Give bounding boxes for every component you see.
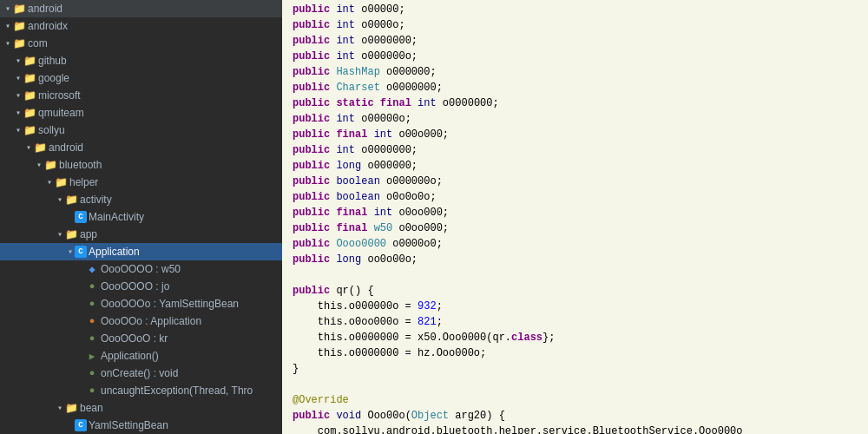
type-token: int (336, 144, 355, 156)
pkg-icon: 📁 (23, 89, 36, 102)
tree-item-label: YamlSettingBean (89, 419, 168, 431)
chevron-open-icon[interactable] (14, 126, 23, 135)
keyword: public (293, 128, 330, 141)
class-icon: C (75, 211, 87, 223)
tree-item-bluetooth[interactable]: 📁bluetooth (0, 156, 282, 174)
keyword: public (293, 175, 330, 187)
chevron-open-icon[interactable] (3, 22, 12, 30)
type-token: int (418, 97, 437, 109)
tree-item-label: OooOOOo : YamlSettingBean (101, 298, 239, 310)
chevron-open-icon[interactable] (24, 143, 33, 152)
code-text (330, 160, 336, 172)
code-line: com.sollyu.android.bluetooth.helper.serv… (282, 425, 868, 434)
chevron-open-icon[interactable] (14, 108, 23, 117)
tree-item-label: OooOOoO : kr (101, 332, 168, 345)
chevron-open-icon[interactable] (66, 247, 75, 256)
keyword: public (293, 50, 330, 62)
chevron-open-icon[interactable] (14, 74, 23, 82)
tree-item-MainActivity[interactable]: CMainActivity (0, 208, 282, 226)
code-text (330, 175, 336, 187)
tree-item-github[interactable]: 📁github (0, 52, 282, 69)
chevron-open-icon[interactable] (14, 91, 23, 100)
circle-green-icon: ● (85, 384, 99, 398)
tree-item-onCreate[interactable]: ●onCreate() : void (0, 365, 282, 382)
tree-item-activity[interactable]: 📁activity (0, 191, 282, 208)
code-text: o000000; (380, 66, 437, 78)
code-text: ; (437, 300, 443, 312)
number-token: 821 (418, 316, 437, 328)
tree-item-label: microsoft (38, 89, 81, 102)
tree-item-app[interactable]: 📁app (0, 226, 282, 243)
tree-item-bean[interactable]: 📁bean (0, 399, 282, 417)
code-text (330, 144, 336, 156)
keyword: final (380, 97, 411, 109)
tree-item-label: android (49, 141, 83, 154)
tree-item-android2[interactable]: 📁android (0, 139, 282, 156)
tree-item-label: MainActivity (89, 211, 144, 223)
keyword: public (293, 238, 330, 250)
code-line: public int o0000000; (282, 35, 868, 50)
tree-item-OooOOo_Application[interactable]: ●OooOOo : Application (0, 312, 282, 330)
keyword: public (293, 222, 330, 234)
tree-item-label: onCreate() : void (101, 367, 178, 379)
code-text (367, 128, 373, 141)
code-text: this.o000000o = (293, 300, 418, 312)
type-token: long (336, 160, 361, 172)
pkg-icon: 📁 (23, 106, 36, 120)
code-text: o0000o0; (386, 238, 443, 250)
tree-item-uncaughtException[interactable]: ●uncaughtException(Thread, Thro (0, 382, 282, 399)
tree-item-android[interactable]: 📁android (0, 0, 282, 17)
type-token: int (336, 3, 355, 16)
chevron-open-icon[interactable] (56, 195, 64, 204)
code-text: this.o0000000 = hz.Ooo000o; (293, 347, 486, 359)
chevron-open-icon[interactable] (56, 230, 64, 239)
annotation-token: @Override (293, 394, 349, 406)
code-line: public qr() { (282, 285, 868, 300)
tree-item-OooOOOO_w50[interactable]: ◆OooOOOO : w50 (0, 260, 282, 278)
keyword: public (293, 253, 330, 266)
code-line: public final int o00o000; (282, 128, 868, 144)
pkg-icon: 📁 (33, 141, 47, 155)
tree-item-label: qmuiteam (38, 107, 84, 119)
field-blue-icon: ◆ (85, 262, 99, 276)
chevron-open-icon[interactable] (35, 161, 43, 169)
type-token: int (336, 19, 355, 31)
keyword: public (293, 144, 330, 156)
tree-item-androidx[interactable]: 📁androidx (0, 17, 282, 35)
tree-item-Application[interactable]: CApplication (0, 243, 282, 260)
chevron-open-icon[interactable] (3, 4, 12, 13)
tree-item-Application_ctor[interactable]: ▶Application() (0, 347, 282, 365)
tree-item-YamlSettingBean[interactable]: CYamlSettingBean (0, 417, 282, 434)
circle-green-icon: ● (85, 297, 99, 311)
type-token: int (336, 50, 355, 62)
code-line: this.o0oo000o = 821; (282, 316, 868, 332)
method-green-icon: ▶ (85, 349, 99, 363)
chevron-open-icon[interactable] (45, 178, 54, 187)
tree-item-qmuiteam[interactable]: 📁qmuiteam (0, 104, 282, 122)
keyword: public (293, 97, 330, 109)
chevron-open-icon[interactable] (56, 404, 64, 412)
code-text: arg20) { (449, 410, 505, 422)
code-text (330, 191, 336, 203)
tree-item-OooOOoO_kr[interactable]: ●OooOOoO : kr (0, 330, 282, 347)
keyword: public (293, 35, 330, 47)
tree-item-OooOOOo_YamlSettingBean[interactable]: ●OooOOOo : YamlSettingBean (0, 295, 282, 312)
tree-item-OooOOOO_jo[interactable]: ●OooOOOO : jo (0, 278, 282, 295)
tree-item-microsoft[interactable]: 📁microsoft (0, 87, 282, 104)
chevron-open-icon[interactable] (3, 39, 12, 48)
tree-item-google[interactable]: 📁google (0, 69, 282, 87)
code-text (367, 222, 373, 234)
tree-item-com[interactable]: 📁com (0, 35, 282, 52)
keyword: public (293, 285, 330, 297)
tree-item-label: com (28, 37, 48, 49)
code-text (330, 35, 336, 47)
keyword: public (293, 113, 330, 125)
chevron-open-icon[interactable] (14, 56, 23, 65)
code-line: @Override (282, 394, 868, 410)
tree-item-sollyu[interactable]: 📁sollyu (0, 122, 282, 139)
tree-item-helper[interactable]: 📁helper (0, 174, 282, 191)
keyword: public (293, 66, 330, 78)
pkg-icon: 📁 (12, 2, 26, 16)
code-line: public int o000000o; (282, 50, 868, 66)
code-editor: public int o00000;public int o0000o;publ… (282, 0, 868, 434)
